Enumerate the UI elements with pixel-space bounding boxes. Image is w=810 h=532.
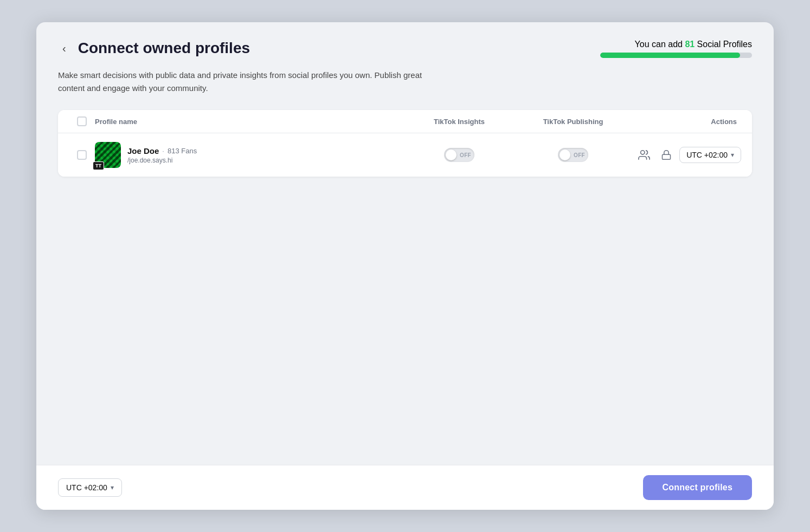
- row-timezone-value: UTC +02:00: [686, 151, 728, 159]
- footer-chevron-icon: ▾: [111, 484, 114, 491]
- modal-container: ‹ Connect owned profiles You can add 81 …: [36, 22, 774, 510]
- footer-timezone-value: UTC +02:00: [66, 483, 107, 492]
- quota-suffix: Social Profiles: [695, 40, 752, 49]
- header-row: ‹ Connect owned profiles You can add 81 …: [58, 40, 752, 58]
- insights-toggle[interactable]: OFF: [444, 148, 474, 162]
- main-content: ‹ Connect owned profiles You can add 81 …: [36, 22, 774, 465]
- toggle-knob: [446, 150, 457, 160]
- col-tiktok-publishing: TikTok Publishing: [513, 116, 633, 126]
- lock-button[interactable]: [658, 146, 675, 164]
- actions-cell: UTC +02:00 ▾: [633, 146, 741, 164]
- row-checkbox-cell: [69, 150, 95, 160]
- quota-number: 81: [685, 40, 695, 49]
- publishing-toggle-cell: OFF: [513, 148, 633, 162]
- col-actions: Actions: [633, 116, 741, 126]
- page-title: Connect owned profiles: [78, 40, 250, 57]
- chevron-down-icon: ▾: [731, 151, 734, 159]
- fans-count: 813 Fans: [168, 147, 197, 155]
- connect-profiles-button[interactable]: Connect profiles: [643, 475, 752, 500]
- insights-toggle-cell: OFF: [405, 148, 513, 162]
- quota-prefix: You can add: [635, 40, 685, 49]
- platform-badge: TT: [93, 161, 104, 170]
- manage-users-button[interactable]: [635, 146, 653, 164]
- col-profile-name: Profile name: [95, 116, 405, 126]
- profile-info: Joe Doe · 813 Fans /joe.doe.says.hi: [127, 146, 197, 164]
- profiles-table: Profile name TikTok Insights TikTok Publ…: [58, 110, 752, 177]
- footer-bar: UTC +02:00 ▾ Connect profiles: [36, 465, 774, 510]
- profile-name-row: Joe Doe · 813 Fans: [127, 146, 197, 155]
- title-area: ‹ Connect owned profiles: [58, 40, 250, 57]
- profile-info-wrap: TT Joe Doe · 813 Fans /joe.doe.says.hi: [95, 142, 197, 168]
- header-checkbox-cell: [69, 116, 95, 126]
- svg-point-0: [641, 151, 645, 154]
- select-all-checkbox[interactable]: [77, 116, 87, 126]
- insights-toggle-label: OFF: [460, 152, 471, 158]
- profile-handle: /joe.doe.says.hi: [127, 157, 197, 164]
- publishing-toggle[interactable]: OFF: [558, 148, 588, 162]
- page-description: Make smart decisions with public data an…: [58, 69, 438, 95]
- profile-cell: TT Joe Doe · 813 Fans /joe.doe.says.hi: [95, 142, 405, 168]
- profile-name: Joe Doe: [127, 146, 159, 155]
- progress-bar-track: [600, 53, 752, 58]
- toggle-knob-2: [560, 150, 570, 160]
- back-button[interactable]: ‹: [58, 40, 70, 57]
- quota-area: You can add 81 Social Profiles: [589, 40, 752, 58]
- table-row: TT Joe Doe · 813 Fans /joe.doe.says.hi: [58, 133, 752, 177]
- row-timezone-dropdown[interactable]: UTC +02:00 ▾: [679, 147, 741, 163]
- publishing-toggle-label: OFF: [574, 152, 585, 158]
- dot-separator: ·: [162, 147, 164, 155]
- footer-timezone-dropdown[interactable]: UTC +02:00 ▾: [58, 478, 122, 497]
- row-checkbox[interactable]: [77, 150, 87, 160]
- svg-rect-1: [663, 154, 671, 159]
- table-header: Profile name TikTok Insights TikTok Publ…: [58, 110, 752, 133]
- progress-bar-fill: [600, 53, 740, 58]
- col-tiktok-insights: TikTok Insights: [405, 116, 513, 126]
- quota-text: You can add 81 Social Profiles: [635, 40, 752, 49]
- avatar-wrap: TT: [95, 142, 121, 168]
